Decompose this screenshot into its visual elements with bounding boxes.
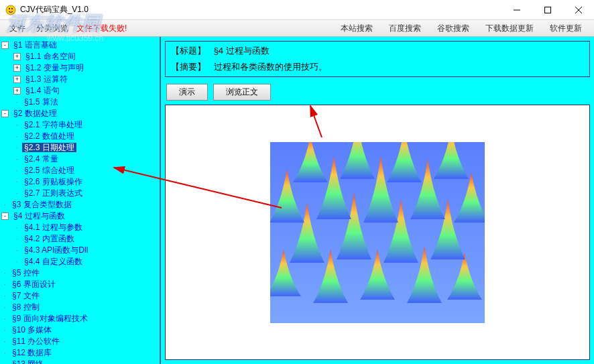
tree-label[interactable]: §4.4 自定义函数: [22, 257, 84, 266]
expand-icon[interactable]: +: [13, 64, 21, 72]
tree-node[interactable]: ·§2.7 正则表达式: [13, 188, 158, 199]
tree-node[interactable]: +§1.4 语句: [13, 85, 158, 97]
tree-node[interactable]: -§1 语言基础: [1, 40, 158, 51]
tree-leaf-icon: ·: [13, 165, 21, 176]
tree-node[interactable]: ·§3 复合类型数据: [1, 199, 158, 210]
menu-browse[interactable]: 分类浏览: [31, 21, 74, 36]
tree-node[interactable]: +§1.1 命名空间: [13, 51, 158, 62]
tree-label[interactable]: §2.5 综合处理: [22, 166, 76, 175]
tree-label[interactable]: §1.5 算法: [22, 97, 60, 107]
tree-label[interactable]: §3 复合类型数据: [10, 200, 74, 209]
software-update-button[interactable]: 软件更新: [542, 21, 590, 36]
tree-node[interactable]: ·§2.2 数值处理: [13, 131, 158, 142]
window-controls: [501, 0, 594, 20]
search-google-button[interactable]: 谷歌搜索: [429, 21, 477, 36]
tree-label[interactable]: §1.3 运算符: [23, 74, 70, 84]
tree-node[interactable]: ·§5 控件: [1, 267, 158, 279]
tree-label[interactable]: §4.1 过程与参数: [22, 223, 84, 232]
tree-node[interactable]: +§1.2 变量与声明: [13, 62, 158, 74]
maximize-button[interactable]: [532, 0, 563, 20]
tree-leaf-icon: ·: [13, 176, 21, 188]
tree-label[interactable]: §2.4 常量: [22, 154, 60, 164]
search-site-button[interactable]: 本站搜索: [333, 21, 381, 36]
tree-leaf-icon: ·: [13, 154, 21, 165]
expand-icon[interactable]: +: [13, 76, 21, 83]
tree-label[interactable]: §1.2 变量与声明: [23, 63, 86, 72]
tree-label[interactable]: §1.1 命名空间: [23, 52, 78, 61]
tree-label[interactable]: §4.2 内置函数: [22, 234, 76, 243]
tree-node[interactable]: -§4 过程与函数: [1, 210, 158, 222]
tree-label[interactable]: §2.7 正则表达式: [22, 188, 84, 198]
tree-node[interactable]: ·§7 文件: [1, 290, 158, 302]
app-icon: [5, 5, 16, 15]
tree-label[interactable]: §2.2 数值处理: [22, 131, 76, 141]
menu-error-text: 文件下载失败!: [76, 23, 127, 34]
tree-leaf-icon: ·: [13, 256, 21, 267]
summary-row: 【摘要】 过程和各类函数的使用技巧。: [167, 59, 588, 75]
demo-button[interactable]: 演示: [166, 84, 208, 101]
tree-label[interactable]: §5 控件: [10, 268, 42, 278]
tree-node[interactable]: ·§4.4 自定义函数: [13, 256, 158, 267]
tree-node[interactable]: ·§2.3 日期处理: [13, 142, 158, 154]
tree-node[interactable]: ·§11 办公软件: [1, 336, 158, 347]
tree-label[interactable]: §1 语言基础: [11, 40, 59, 50]
tree-label[interactable]: §2.6 剪贴板操作: [22, 177, 84, 186]
tree-leaf-icon: ·: [1, 336, 9, 347]
tree-leaf-icon: ·: [1, 347, 9, 359]
menu-file[interactable]: 文件: [4, 21, 31, 36]
tree-label[interactable]: §2 数据处理: [11, 109, 59, 118]
tree-node[interactable]: -§2 数据处理: [1, 108, 158, 119]
browse-text-button[interactable]: 浏览正文: [213, 84, 271, 101]
tree-node[interactable]: ·§2.1 字符串处理: [13, 119, 158, 131]
tree-label[interactable]: §9 面向对象编程技术: [10, 314, 90, 323]
tree-leaf-icon: ·: [13, 233, 21, 245]
tree-node[interactable]: ·§8 控制: [1, 302, 158, 313]
tree-label[interactable]: §6 界面设计: [10, 280, 58, 289]
tree-label[interactable]: §12 数据库: [10, 348, 54, 357]
tree-label[interactable]: §4 过程与函数: [11, 211, 67, 221]
minimize-button[interactable]: [501, 0, 532, 20]
tree-node[interactable]: ·§2.4 常量: [13, 154, 158, 165]
tree-leaf-icon: ·: [13, 119, 21, 131]
svg-point-0: [6, 5, 15, 15]
tree-label[interactable]: §1.4 语句: [23, 86, 62, 95]
collapse-icon[interactable]: -: [1, 110, 9, 117]
expand-icon[interactable]: +: [13, 53, 21, 60]
tree-label[interactable]: §2.1 字符串处理: [22, 120, 84, 129]
tree-node[interactable]: ·§1.5 算法: [13, 97, 158, 108]
tree-leaf-icon: ·: [13, 245, 21, 256]
tree-node[interactable]: +§1.3 运算符: [13, 74, 158, 85]
tree-node[interactable]: ·§2.5 综合处理: [13, 165, 158, 176]
tree-node[interactable]: ·§4.3 API函数与Dll: [13, 245, 158, 256]
tree-label[interactable]: §2.3 日期处理: [22, 143, 76, 152]
tree-leaf-icon: ·: [1, 199, 9, 210]
tree-leaf-icon: ·: [1, 313, 9, 324]
search-baidu-button[interactable]: 百度搜索: [381, 21, 429, 36]
title-row: 【标题】 §4 过程与函数: [167, 43, 588, 59]
download-update-button[interactable]: 下载数据更新: [477, 21, 542, 36]
svg-rect-4: [545, 7, 551, 13]
sidebar-tree[interactable]: -§1 语言基础+§1.1 命名空间+§1.2 变量与声明+§1.3 运算符+§…: [0, 37, 161, 364]
svg-point-1: [9, 8, 10, 9]
tree-label[interactable]: §13 网络: [10, 359, 46, 364]
tree-label[interactable]: §8 控制: [10, 302, 42, 312]
tree-node[interactable]: ·§10 多媒体: [1, 324, 158, 336]
window-title: CJV代码宝典_V1.0: [20, 4, 501, 15]
tree-label[interactable]: §10 多媒体: [10, 325, 54, 335]
preview-image: [270, 142, 485, 323]
tree-label[interactable]: §4.3 API函数与Dll: [22, 245, 90, 255]
tree-node[interactable]: ·§6 界面设计: [1, 279, 158, 290]
tree-node[interactable]: ·§12 数据库: [1, 347, 158, 359]
expand-icon[interactable]: +: [13, 87, 21, 95]
collapse-icon[interactable]: -: [1, 42, 9, 49]
tree-label[interactable]: §11 办公软件: [10, 337, 62, 346]
tree-node[interactable]: ·§4.2 内置函数: [13, 233, 158, 245]
tree-label[interactable]: §7 文件: [10, 291, 42, 300]
tree-node[interactable]: ·§9 面向对象编程技术: [1, 313, 158, 324]
tree-node[interactable]: ·§2.6 剪贴板操作: [13, 176, 158, 188]
tree-node[interactable]: ·§13 网络: [1, 359, 158, 364]
tree-leaf-icon: ·: [13, 97, 21, 108]
close-button[interactable]: [563, 0, 594, 20]
tree-node[interactable]: ·§4.1 过程与参数: [13, 222, 158, 233]
collapse-icon[interactable]: -: [1, 213, 9, 220]
